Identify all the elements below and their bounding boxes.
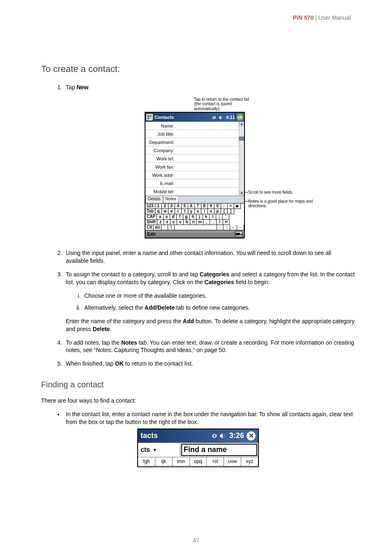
field-label: Work fax: — [146, 164, 175, 169]
email-input[interactable] — [175, 181, 244, 186]
speaker-icon — [219, 115, 224, 120]
field-label: Mobile tel: — [146, 189, 175, 194]
alpha-tab[interactable]: uvw — [224, 457, 241, 466]
input-panel-icon[interactable]: ⌨▴ — [235, 231, 242, 237]
field-label: Job title: — [146, 132, 175, 137]
find-bullet-1: In the contact list, enter a contact nam… — [64, 410, 355, 426]
name-input[interactable] — [175, 123, 238, 129]
find-input[interactable]: Find a name — [181, 444, 257, 456]
alpha-tab[interactable]: lmn — [173, 457, 190, 466]
page-header: PiN 570 | User Manual — [293, 14, 351, 21]
spacebar-key[interactable] — [175, 225, 217, 230]
title-bar-2: tacts 3:26 ✕ — [138, 429, 258, 442]
field-label: E-mail: — [146, 181, 175, 186]
start-icon[interactable] — [146, 114, 153, 120]
field-label: Department: — [146, 140, 175, 145]
scroll-down-icon[interactable]: ▾ — [239, 191, 244, 196]
step-3: To assign the contact to a category, scr… — [64, 271, 355, 333]
step-1: Tap New. — [64, 83, 355, 91]
bottom-bar: Edit ⌨▴ — [145, 230, 244, 238]
find-intro: There are four ways to find a contact: — [41, 397, 355, 405]
title-bar: Contacts 4:11 ok — [145, 113, 244, 122]
contact-fields: Name:▾ Job title: Department: Company: W… — [145, 122, 244, 196]
field-label: Work addr: — [146, 173, 175, 178]
step-5: When finished, tap OK to return to the c… — [64, 360, 355, 368]
workfax-input[interactable] — [175, 164, 244, 170]
svg-rect-3 — [150, 117, 151, 119]
step-3-followup: Enter the name of the category and press… — [66, 317, 355, 333]
alpha-tabs: fgh ijk lmn opq rst uvw xyz — [138, 457, 258, 466]
tab-details[interactable]: Details — [145, 196, 163, 203]
alpha-tab[interactable]: fgh — [138, 457, 155, 466]
speaker-icon — [219, 433, 226, 439]
department-input[interactable] — [175, 139, 244, 145]
figure-new-contact: Tap to return to the contact list (the c… — [93, 97, 303, 239]
scroll-up-icon[interactable]: ▴ — [239, 122, 244, 127]
jobtitle-input[interactable] — [175, 131, 244, 137]
new-label: New — [76, 84, 88, 90]
alpha-tab[interactable]: ijk — [155, 457, 173, 466]
mobiletel-input[interactable] — [175, 189, 244, 195]
fields-scrollbar[interactable]: ▴ ▾ — [239, 122, 244, 196]
onscreen-keyboard[interactable]: 1231234567890-=◆ Tabqwertyuiop[] CAPasdf… — [145, 203, 244, 230]
finding-contact-heading: Finding a contact — [41, 380, 355, 389]
step-2: Using the input panel, enter a name and … — [64, 249, 355, 265]
page-number: 47 — [0, 537, 392, 544]
company-input[interactable] — [175, 148, 244, 153]
dropdown-icon: ▼ — [152, 447, 157, 452]
workaddr-input[interactable] — [175, 172, 238, 178]
form-tabs: Details Notes — [145, 196, 244, 203]
brand-name: PiN 570 — [293, 14, 314, 21]
doc-title: User Manual — [318, 14, 351, 21]
ok-button[interactable]: ok — [237, 114, 243, 120]
alpha-tab[interactable]: opq — [190, 457, 207, 466]
device-screenshot-1: Contacts 4:11 ok Name:▾ Job title: Depar… — [145, 112, 245, 239]
step-4: To add notes, tap the Notes tab. You can… — [64, 339, 355, 354]
device-screenshot-2: tacts 3:26 ✕ cts ▼ Find a name fgh ijk l… — [137, 429, 259, 467]
header-divider: | — [314, 14, 318, 21]
callout-ok: Tap to return to the contact list (the c… — [194, 97, 256, 111]
step-3i: Choose one or more of the available cate… — [82, 292, 355, 300]
app-title: Contacts — [154, 115, 174, 120]
alpha-tab[interactable]: xyz — [241, 457, 258, 466]
field-label: Work tel: — [146, 156, 175, 161]
callout-notes: Notes is a good place for maps and direc… — [248, 199, 318, 208]
sync-icon — [212, 115, 217, 120]
step-3ii: Alternatively, select the Add/Delete tab… — [82, 304, 355, 312]
alpha-tab[interactable]: rst — [207, 457, 224, 466]
app-title-2: tacts — [141, 431, 158, 440]
clock-time: 4:11 — [226, 115, 235, 120]
worktel-input[interactable] — [175, 156, 244, 162]
filter-dropdown[interactable]: cts ▼ — [138, 443, 180, 457]
sync-icon — [211, 433, 218, 439]
svg-rect-0 — [148, 115, 149, 117]
field-label: Company: — [146, 148, 175, 153]
svg-rect-2 — [148, 117, 149, 119]
edit-menu[interactable]: Edit — [147, 232, 156, 236]
svg-rect-1 — [150, 115, 151, 117]
close-icon[interactable]: ✕ — [247, 431, 256, 440]
callout-scroll: Scroll to see more fields. — [248, 190, 318, 195]
clock-time-2: 3:26 — [229, 431, 244, 440]
create-contact-heading: To create a contact: — [41, 64, 355, 74]
scroll-thumb[interactable] — [239, 137, 244, 141]
field-label: Name: — [146, 123, 175, 128]
status-icons — [212, 115, 224, 120]
tab-notes[interactable]: Notes — [163, 196, 179, 203]
